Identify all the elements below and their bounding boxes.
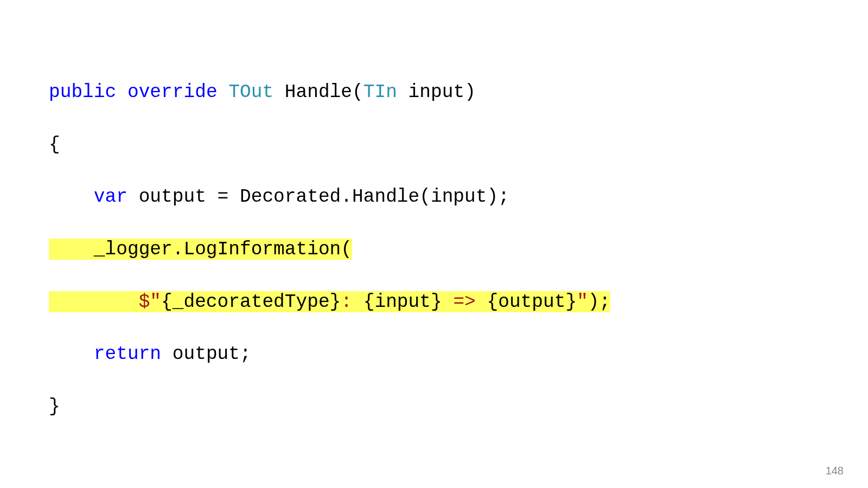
code-line: {: [49, 132, 768, 158]
code-line: return output;: [49, 341, 768, 367]
code-line-highlighted: _logger.LogInformation(: [49, 236, 768, 262]
page-number: 148: [826, 465, 844, 477]
code-line: }: [49, 394, 768, 420]
code-line: var output = Decorated.Handle(input);: [49, 184, 768, 210]
code-snippet: public override TOut Handle(TIn input) {…: [49, 53, 768, 488]
code-line-highlighted: $"{_decoratedType}: {input} => {output}"…: [49, 289, 768, 315]
blank-line: [49, 446, 768, 472]
code-line: public override TOut Handle(TIn input): [49, 79, 768, 105]
